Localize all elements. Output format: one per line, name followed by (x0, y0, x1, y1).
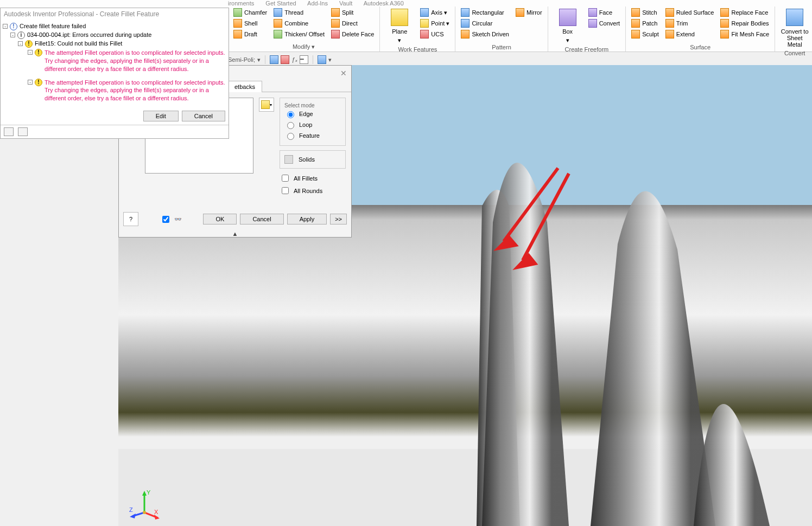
toolbar-icon-4[interactable] (318, 55, 326, 64)
thicken-icon (274, 30, 282, 39)
extend-icon (665, 30, 674, 39)
fit-mesh-icon (720, 30, 729, 39)
repair-bodies-icon (720, 19, 729, 28)
btn-sculpt[interactable]: Sculpt (629, 29, 661, 39)
tree-expander[interactable]: - (18, 41, 23, 46)
tab-add-ins[interactable]: Add-Ins (307, 0, 328, 7)
save-log-icon[interactable] (4, 127, 14, 136)
btn-axis[interactable]: Axis ▾ (418, 8, 452, 17)
warning-icon: ! (35, 79, 42, 86)
radio-edge[interactable]: Edge (284, 108, 341, 119)
error-tree[interactable]: -!Create fillet feature failed -i034-000… (3, 22, 226, 103)
fillet-options-btn[interactable]: ▾ (259, 98, 274, 112)
warning-icon: ! (25, 40, 33, 48)
rectangular-icon (461, 8, 470, 17)
solids-selector[interactable]: Solids (280, 150, 346, 169)
select-mode-group: Select mode Edge Loop Feature (280, 98, 346, 146)
apply-button[interactable]: Apply (287, 214, 327, 224)
tab-a360[interactable]: Autodesk A360 (364, 0, 404, 7)
tab-setbacks[interactable]: etbacks (227, 81, 262, 92)
btn-mirror[interactable]: Mirror (513, 8, 544, 17)
radio-loop[interactable]: Loop (284, 119, 341, 130)
error-dialog: Autodesk Inventor Professional - Create … (0, 8, 229, 139)
more-button[interactable]: >> (330, 214, 347, 224)
btn-trim[interactable]: Trim (663, 18, 716, 28)
err-fillet: Fillet15: Could not build this Fillet (35, 40, 122, 47)
copy-log-icon[interactable] (18, 127, 28, 136)
fillet-footer: ? 👓 OK Cancel Apply >> (119, 208, 351, 230)
svg-point-15 (143, 511, 146, 514)
trim-icon (665, 19, 674, 28)
btn-rectangular[interactable]: Rectangular (459, 8, 511, 17)
group-work-features: Plane▾ Axis ▾ Point ▾ UCS Work Features (380, 7, 455, 52)
toolbar-icon-2[interactable] (281, 55, 289, 64)
btn-patch[interactable]: Patch (629, 18, 661, 28)
group-modify-label: Modify ▾ (231, 42, 376, 52)
stitch-icon (631, 8, 640, 17)
axis-gizmo[interactable]: Y X Z (128, 488, 161, 521)
toolbar-icon-3[interactable]: ━ (300, 55, 308, 64)
svg-text:Z: Z (129, 506, 133, 513)
btn-draft[interactable]: Draft (231, 29, 269, 39)
btn-circular[interactable]: Circular (459, 18, 511, 28)
btn-repair-bodies[interactable]: Repair Bodies (718, 18, 771, 28)
btn-freeform-face[interactable]: Face (586, 8, 623, 17)
tree-expander[interactable]: - (3, 24, 8, 29)
tree-expander[interactable]: - (10, 33, 15, 37)
collapse-handle[interactable]: ▲ (119, 230, 351, 237)
err-file: 034-000-004.ipt: Errors occurred during … (27, 31, 151, 38)
btn-replace-face[interactable]: Replace Face (718, 8, 771, 17)
tab-get-started[interactable]: Get Started (265, 0, 296, 7)
tree-expander[interactable]: - (28, 50, 33, 55)
btn-sketch-driven[interactable]: Sketch Driven (459, 29, 511, 39)
box-icon (559, 9, 576, 26)
btn-box[interactable]: Box▾ (551, 8, 584, 45)
group-surface: Stitch Patch Sculpt Ruled Surface Trim E… (626, 7, 775, 52)
radio-feature[interactable]: Feature (284, 130, 341, 141)
btn-freeform-convert[interactable]: Convert (586, 18, 623, 28)
btn-ruled-surface[interactable]: Ruled Surface (663, 8, 716, 17)
ok-button[interactable]: OK (203, 214, 237, 224)
close-icon[interactable]: ✕ (340, 69, 347, 78)
btn-point[interactable]: Point ▾ (418, 18, 452, 28)
error-title: Autodesk Inventor Professional - Create … (1, 8, 229, 20)
btn-direct[interactable]: Direct (329, 18, 376, 28)
check-all-fillets[interactable]: All Fillets (280, 172, 346, 184)
fillet-options-icon (261, 100, 270, 109)
btn-chamfer[interactable]: Chamfer (231, 8, 269, 17)
err-msg-1: The attempted Fillet operation is too co… (45, 49, 226, 73)
material-dropdown[interactable]: Semi-Poli; (228, 56, 255, 63)
btn-split[interactable]: Split (329, 8, 376, 17)
error-footer-toolbar (1, 125, 229, 138)
btn-plane[interactable]: Plane▾ (383, 8, 416, 45)
cancel-button[interactable]: Cancel (182, 111, 225, 121)
check-all-rounds[interactable]: All Rounds (280, 184, 346, 197)
help-button[interactable]: ? (123, 212, 138, 226)
btn-ucs[interactable]: UCS (418, 29, 452, 39)
delete-face-icon (331, 30, 340, 39)
btn-combine[interactable]: Combine (271, 18, 327, 28)
btn-thicken[interactable]: Thicken/ Offset (271, 29, 327, 39)
btn-extend[interactable]: Extend (663, 29, 716, 39)
combine-icon (274, 19, 282, 28)
btn-convert-sheetmetal[interactable]: Convert to Sheet Metal (778, 8, 811, 49)
point-icon (420, 19, 429, 28)
btn-fit-mesh-face[interactable]: Fit Mesh Face (718, 29, 771, 39)
toolbar-icon-1[interactable] (270, 55, 278, 64)
tab-environments[interactable]: ironments (228, 0, 254, 7)
btn-delete-face[interactable]: Delete Face (329, 29, 376, 39)
tree-expander[interactable]: - (28, 80, 33, 85)
btn-shell[interactable]: Shell (231, 18, 269, 28)
svg-rect-1 (118, 205, 812, 449)
cancel-button[interactable]: Cancel (240, 214, 283, 224)
tab-vault[interactable]: Vault (339, 0, 352, 7)
ucs-icon (420, 30, 429, 39)
fx-icon[interactable]: ƒₓ (291, 56, 297, 63)
btn-thread[interactable]: Thread (271, 8, 327, 17)
btn-stitch[interactable]: Stitch (629, 8, 661, 17)
split-icon (331, 8, 340, 17)
edit-button[interactable]: Edit (143, 111, 179, 121)
group-work-features-label: Work Features (383, 45, 452, 54)
svg-marker-13 (130, 514, 136, 518)
preview-check[interactable]: 👓 (160, 213, 182, 226)
